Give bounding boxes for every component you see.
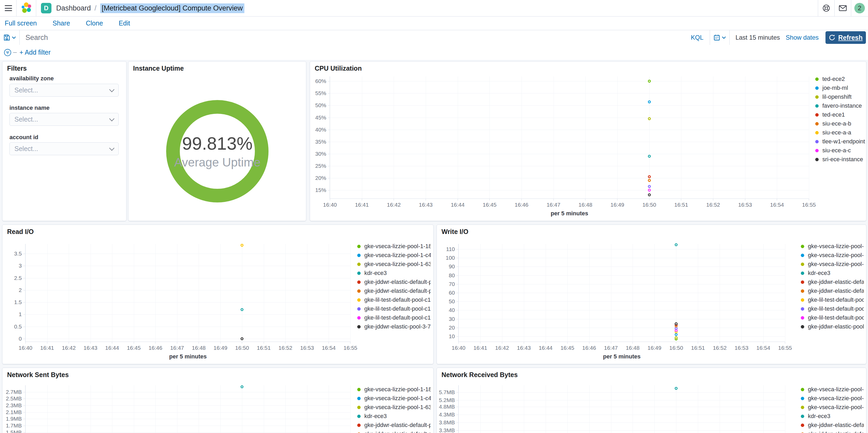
legend-item[interactable]: joe-mb-ml: [815, 84, 865, 92]
legend-dot-icon: [357, 254, 361, 257]
legend-label: gke-jddwr-elastic-pool-3-74...: [808, 323, 864, 330]
x-gridline: [459, 385, 459, 433]
time-range-value[interactable]: Last 15 minutes: [730, 34, 785, 41]
legend-item[interactable]: favero-instance: [815, 102, 865, 110]
saved-query-button[interactable]: [0, 30, 20, 45]
network-sent-bytes-chart: 2.7MB2.5MB2.3MB2.1MB1.9MB1.7MB1.5MB16:40…: [2, 368, 433, 433]
x-tick-label: 16:55: [802, 202, 816, 208]
date-picker-calendar-button[interactable]: [710, 30, 730, 45]
x-gridline: [330, 77, 330, 199]
legend-item[interactable]: gke-vseca-lizzie-pool-1-630...: [801, 260, 864, 269]
search-input[interactable]: Search: [20, 34, 685, 42]
x-tick-mark: [133, 342, 134, 344]
newsfeed-mail-icon[interactable]: [835, 0, 851, 16]
legend-dot-icon: [357, 245, 361, 248]
legend-item[interactable]: gke-lil-test-default-pool-c1e...: [801, 313, 864, 322]
legend-item[interactable]: gke-vseca-lizzie-pool-1-1877...: [357, 385, 431, 394]
elastic-logo[interactable]: [21, 2, 32, 14]
legend-item[interactable]: gke-jddwr-elastic-default-po...: [801, 287, 864, 295]
x-tick-label: 16:40: [452, 345, 466, 351]
legend-dot-icon: [801, 316, 804, 320]
legend-item[interactable]: gke-jddwr-elastic-pool-3-74...: [801, 322, 864, 331]
legend-item[interactable]: siu-ece-a-b: [815, 119, 865, 128]
legend-item[interactable]: kdr-ece3: [801, 269, 864, 278]
uptime-value: 99.813%: [182, 133, 252, 154]
x-tick-mark: [330, 199, 330, 201]
y-gridline: [459, 328, 785, 328]
full-screen-button[interactable]: Full screen: [5, 20, 37, 27]
filter-options-button[interactable]: [4, 49, 11, 56]
legend-dot-icon: [357, 289, 361, 293]
availability-zone-select[interactable]: Select...: [9, 84, 119, 97]
legend-item[interactable]: gke-lil-test-default-pool-c1e...: [357, 295, 431, 304]
legend-item[interactable]: sri-ece-instance: [815, 155, 865, 164]
legend-item[interactable]: gke-vseca-lizzie-pool-1-c417...: [801, 251, 864, 260]
legend-item[interactable]: gke-jddwr-elastic-default-po...: [801, 421, 864, 430]
x-tick-mark: [649, 199, 649, 201]
network-received-bytes-chart: 5.7MB5.2MB4.8MB4.3MB3.8MB3.3MB16:4016:41…: [437, 368, 866, 433]
legend-item[interactable]: gke-vseca-lizzie-pool-1-1877...: [801, 242, 864, 251]
legend-label: lil-openshift: [822, 93, 851, 100]
help-button[interactable]: [818, 0, 834, 16]
legend-item[interactable]: gke-lil-test-default-pool-c1e...: [357, 313, 431, 322]
refresh-button[interactable]: Refresh: [826, 31, 866, 44]
legend-item[interactable]: ted-ece1: [815, 110, 865, 119]
x-gridline: [426, 77, 426, 199]
x-tick-mark: [617, 199, 618, 201]
y-tick-label: 110: [446, 246, 455, 252]
user-avatar[interactable]: 2: [854, 3, 865, 13]
legend-item[interactable]: siu-ece-a-c: [815, 146, 865, 155]
instance-name-select[interactable]: Select...: [9, 113, 119, 126]
y-gridline: [330, 154, 809, 154]
legend-dot-icon: [801, 271, 804, 275]
legend-item[interactable]: kdr-ece3: [357, 269, 431, 278]
add-filter-button[interactable]: + Add filter: [20, 49, 51, 56]
space-badge[interactable]: D: [41, 3, 52, 13]
menu-hamburger-icon[interactable]: [5, 5, 12, 11]
legend-item[interactable]: gke-vseca-lizzie-pool-1-630...: [357, 403, 431, 412]
breadcrumb-dashboard[interactable]: Dashboard: [56, 4, 91, 12]
legend-item[interactable]: gke-vseca-lizzie-pool-1-c417...: [357, 251, 431, 260]
edit-button[interactable]: Edit: [119, 20, 130, 27]
legend-item[interactable]: gke-vseca-lizzie-pool-1-c417...: [801, 394, 864, 403]
x-gridline: [809, 77, 809, 199]
legend-item[interactable]: siu-ece-a-a: [815, 128, 865, 137]
y-tick-label: 3: [19, 263, 22, 269]
panel-read-io: Read I/O 3.532.521.510.5016:4016:4116:42…: [2, 225, 434, 364]
share-button[interactable]: Share: [53, 20, 70, 27]
x-gridline: [134, 385, 134, 433]
y-tick-mark: [23, 432, 26, 433]
legend-item[interactable]: gke-jddwr-elastic-default-po...: [357, 421, 431, 430]
clone-button[interactable]: Clone: [86, 20, 103, 27]
legend-item[interactable]: gke-vseca-lizzie-pool-1-1877...: [357, 242, 431, 251]
legend-item[interactable]: kdr-ece3: [801, 412, 864, 421]
legend-item[interactable]: lil-openshift: [815, 92, 865, 102]
legend-item[interactable]: gke-jddwr-elastic-default-po...: [357, 430, 431, 433]
legend-item[interactable]: ted-ece2: [815, 75, 865, 84]
legend-item[interactable]: tlee-w1-endpoint: [815, 137, 865, 146]
show-dates-button[interactable]: Show dates: [786, 34, 826, 41]
legend-dot-icon: [815, 158, 819, 161]
y-gridline: [459, 301, 785, 302]
legend-item[interactable]: gke-jddwr-elastic-default-po...: [357, 287, 431, 295]
x-tick-mark: [502, 342, 502, 344]
legend-item[interactable]: gke-vseca-lizzie-pool-1-630...: [357, 260, 431, 269]
legend-item[interactable]: gke-lil-test-default-pool-c1e...: [801, 304, 864, 313]
legend-item[interactable]: gke-vseca-lizzie-pool-1-1877...: [801, 385, 864, 394]
legend-dot-icon: [801, 397, 804, 400]
x-gridline: [285, 244, 286, 342]
legend-item[interactable]: gke-jddwr-elastic-default-po...: [357, 278, 431, 287]
legend-item[interactable]: kdr-ece3: [357, 412, 431, 421]
account-id-select[interactable]: Select...: [9, 142, 119, 155]
legend-item[interactable]: gke-vseca-lizzie-pool-1-c417...: [357, 394, 431, 403]
legend-item[interactable]: gke-jddwr-elastic-pool-3-74...: [357, 322, 431, 331]
kql-language-button[interactable]: KQL: [685, 34, 710, 41]
legend-item[interactable]: gke-lil-test-default-pool-c1e...: [801, 295, 864, 304]
x-tick-label: 16:53: [300, 345, 314, 351]
x-gridline: [522, 77, 522, 199]
legend-item[interactable]: gke-jddwr-elastic-default-po...: [801, 278, 864, 287]
legend-item[interactable]: gke-lil-test-default-pool-c1e...: [357, 304, 431, 313]
legend-item[interactable]: gke-jddwr-elastic-default-po...: [801, 430, 864, 433]
legend-item[interactable]: gke-vseca-lizzie-pool-1-630...: [801, 403, 864, 412]
x-tick-label: 16:41: [355, 202, 369, 208]
